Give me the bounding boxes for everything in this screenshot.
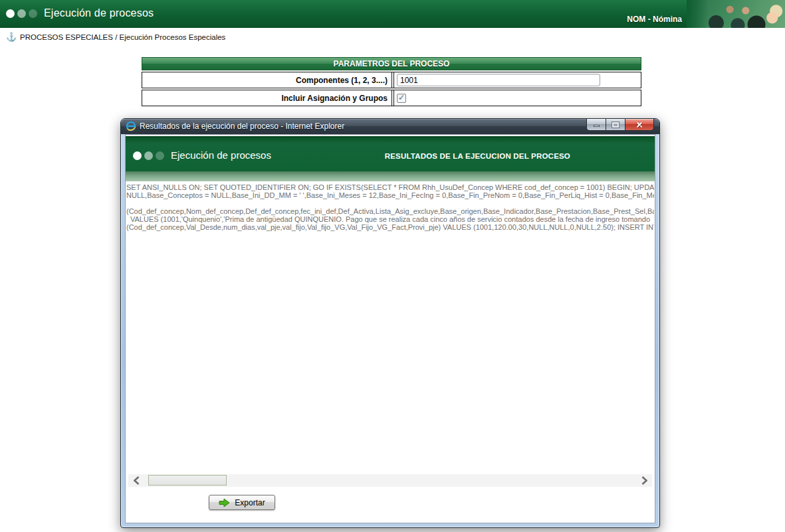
popup-content: Ejecución de procesos RESULTADOS DE LA E… [125, 134, 655, 523]
sql-line: VALUES (1001,'Quinquenio','Prima de anti… [126, 215, 654, 223]
export-button[interactable]: Exportar [209, 495, 275, 510]
brand-dot-icon [29, 9, 37, 18]
incluir-asignacion-checkbox[interactable]: ✓ [397, 94, 406, 103]
maximize-icon [612, 122, 619, 128]
brand-dot-icon [156, 151, 164, 160]
brand-dot-icon [17, 9, 26, 18]
close-icon [635, 121, 643, 129]
internet-explorer-icon [126, 121, 136, 132]
export-arrow-icon [219, 498, 230, 507]
popup-header-subtitle: RESULTADOS DE LA EJECUCION DEL PROCESO [369, 152, 586, 160]
params-panel-title: PARAMETROS DEL PROCESO [142, 57, 641, 70]
maximize-button[interactable] [606, 119, 625, 131]
scroll-right-icon[interactable] [639, 474, 649, 487]
componentes-label: Componentes (1, 2, 3....) [142, 72, 392, 88]
popup-window: Resultados de la ejecución del proceso -… [120, 118, 660, 528]
brand-dots-icon [133, 151, 164, 160]
popup-window-title: Resultados de la ejecución del proceso -… [140, 122, 344, 131]
popup-header-title: Ejecución de procesos [171, 149, 271, 161]
window-controls [586, 119, 654, 131]
brand-dots-icon [6, 9, 37, 18]
minimize-icon [594, 125, 600, 127]
sql-line: (Cod_def_concep,Val_Desde,num_dias,val_p… [126, 223, 654, 231]
page: Ejecución de procesos NOM - Nómina ⚓ PRO… [0, 0, 785, 532]
params-panel: PARAMETROS DEL PROCESO Componentes (1, 2… [142, 57, 641, 106]
popup-titlebar[interactable]: Resultados de la ejecución del proceso -… [121, 119, 659, 134]
close-button[interactable] [625, 119, 654, 131]
anchor-icon: ⚓ [6, 32, 17, 42]
brand-dot-icon [133, 151, 142, 160]
brand-dot-icon [144, 151, 153, 160]
breadcrumb-bar: ⚓ PROCESOS ESPECIALES / Ejecución Proces… [0, 28, 785, 46]
incluir-asignacion-field-cell: ✓ [393, 90, 641, 106]
scrollbar-thumb[interactable] [148, 475, 227, 486]
sql-line: SET ANSI_NULLS ON; SET QUOTED_IDENTIFIER… [126, 183, 654, 191]
param-row-incluir-asignacion: Incluir Asignación y Grupos ✓ [142, 90, 641, 106]
module-name: NOM - Nómina [627, 15, 682, 24]
incluir-asignacion-label: Incluir Asignación y Grupos [142, 90, 392, 106]
scroll-left-icon[interactable] [131, 474, 142, 487]
export-button-label: Exportar [235, 498, 265, 507]
green-strip-divider [126, 171, 655, 181]
sql-line [126, 199, 654, 207]
breadcrumb: PROCESOS ESPECIALES / Ejecución Procesos… [20, 33, 225, 41]
componentes-field-cell [393, 72, 641, 88]
componentes-input[interactable] [397, 74, 600, 86]
param-row-componentes: Componentes (1, 2, 3....) [142, 72, 641, 88]
checkmark-icon: ✓ [398, 94, 405, 102]
page-title: Ejecución de procesos [44, 7, 154, 19]
minimize-button[interactable] [586, 119, 606, 131]
popup-green-header: Ejecución de procesos RESULTADOS DE LA E… [126, 136, 655, 171]
app-header: Ejecución de procesos NOM - Nómina [0, 0, 785, 28]
brand-dot-icon [6, 9, 15, 18]
sql-line: (Cod_def_concep,Nom_def_concep,Def_def_c… [126, 207, 654, 215]
sql-line: NULL,Base_Conceptos = NULL,Base_Ini_DD_M… [126, 191, 654, 199]
horizontal-scrollbar[interactable] [128, 474, 652, 487]
header-photo [687, 0, 785, 28]
sql-output: SET ANSI_NULLS ON; SET QUOTED_IDENTIFIER… [126, 183, 654, 231]
